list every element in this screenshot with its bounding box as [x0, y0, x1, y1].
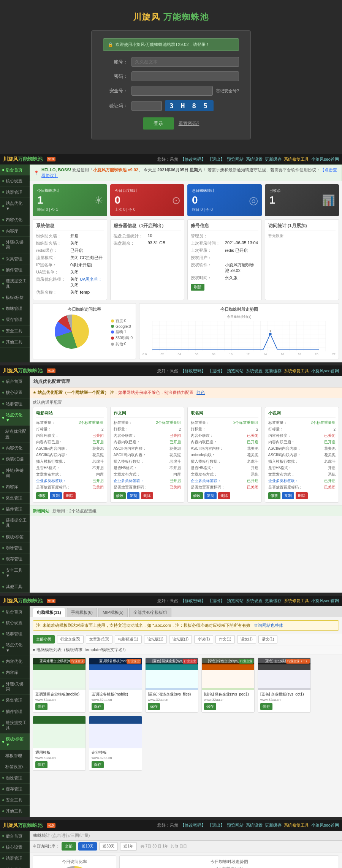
s3-core[interactable]: 核心设置: [0, 617, 30, 628]
filter-forum1[interactable]: 论坛版(1): [144, 635, 167, 643]
password-input[interactable]: [131, 71, 239, 81]
template-save-btn-4[interactable]: 保存: [204, 703, 216, 710]
config-edit-btn-2[interactable]: 修改: [114, 492, 126, 499]
config-edit-btn-3[interactable]: 修改: [191, 492, 203, 499]
nav4-refresh[interactable]: 更新缓存: [265, 822, 282, 828]
nav-logout[interactable]: 【退出】: [208, 157, 225, 162]
s3-sites[interactable]: 站群管理: [0, 628, 30, 639]
config-del-btn-3[interactable]: 删除: [218, 492, 230, 499]
refresh-btn[interactable]: 刷新: [191, 284, 204, 291]
config-del-btn-2[interactable]: 删除: [141, 492, 153, 499]
username-input[interactable]: [131, 57, 239, 67]
filter-article[interactable]: 文章形式(0): [86, 635, 112, 643]
template-save-btn-5[interactable]: 保存: [260, 703, 272, 710]
s2-cache[interactable]: 缓存管理: [0, 553, 30, 564]
config-del-btn-4[interactable]: 删除: [296, 492, 308, 499]
s3-template-mgmt[interactable]: 模板管理: [0, 750, 30, 761]
nav4-logout[interactable]: 【退出】: [208, 822, 225, 828]
config-copy-btn-1[interactable]: 复制: [50, 492, 62, 499]
s2-plugins[interactable]: 插件管理: [0, 504, 30, 515]
nav2-refresh[interactable]: 更新缓存: [265, 368, 282, 374]
nav4-change-pwd[interactable]: 【修改密码】: [180, 822, 206, 828]
traffic-tab-1y[interactable]: 近1年: [120, 842, 137, 851]
s2-outlink[interactable]: 外链/关键词: [0, 465, 30, 482]
s2-spider[interactable]: 蜘蛛管理: [0, 542, 30, 553]
template-save-btn-2[interactable]: 保存: [92, 703, 104, 710]
filter-all[interactable]: 全部小类: [33, 635, 55, 643]
s3-other[interactable]: 其他工具: [0, 806, 30, 817]
reset-password-button[interactable]: 重置密码?: [179, 117, 200, 130]
s2-other[interactable]: 其他工具: [0, 581, 30, 592]
nav3-logout[interactable]: 【退出】: [208, 598, 225, 604]
s3-security[interactable]: 安全工具: [0, 795, 30, 806]
sidebar-item-templates[interactable]: 模板/标签: [0, 292, 30, 303]
login-button[interactable]: 登录: [143, 117, 174, 130]
filter-essay[interactable]: 作文(1): [215, 635, 234, 643]
nav-change-pwd[interactable]: 【修改密码】: [180, 157, 206, 162]
nav3-preview[interactable]: 预览网站: [227, 598, 244, 604]
config-edit-btn-1[interactable]: 修改: [36, 492, 48, 499]
filter-forum2[interactable]: 论坛版(1): [169, 635, 192, 643]
s3-plugins[interactable]: 插件管理: [0, 706, 30, 717]
template-save-btn-3[interactable]: 保存: [148, 703, 160, 710]
config-copy-btn-3[interactable]: 复制: [204, 492, 217, 499]
s2-content-lib[interactable]: 内容库: [0, 481, 30, 492]
filter-qa1[interactable]: 话文(1): [237, 635, 256, 643]
s2-siteconfig-sub[interactable]: 站点优化配置: [0, 426, 30, 443]
s3-spider[interactable]: 蜘蛛管理: [0, 773, 30, 784]
s3-tag-settings[interactable]: 标签设置/...: [0, 761, 30, 772]
sidebar-item-links[interactable]: 外链/关键词: [0, 237, 30, 253]
sidebar-item-plugins[interactable]: 插件管理: [0, 264, 30, 275]
s3-dashboard[interactable]: 后台首页: [0, 606, 30, 617]
nav3-change-pwd[interactable]: 【修改密码】: [180, 598, 206, 604]
filter-enterprise[interactable]: 行业企业(5): [57, 635, 84, 643]
s2-collect[interactable]: 采集管理: [0, 493, 30, 504]
sidebar-item-spider[interactable]: 蜘蛛管理: [0, 303, 30, 314]
config-copy-btn-4[interactable]: 复制: [282, 492, 294, 499]
nav4-repair[interactable]: 系统修复工具: [284, 822, 309, 828]
config-del-btn-1[interactable]: 删除: [63, 492, 76, 499]
tab-mobile-templates[interactable]: 手机模板(6): [67, 608, 97, 617]
s4-dashboard[interactable]: 后台首页: [0, 831, 30, 842]
security-input[interactable]: [131, 86, 213, 96]
nav2-repair[interactable]: 系统修复工具: [284, 368, 309, 374]
nav2-change-pwd[interactable]: 【修改密码】: [180, 368, 206, 374]
nav4-preview[interactable]: 预览网站: [227, 822, 244, 828]
tab-all-templates[interactable]: 全部共40个模板组: [129, 608, 171, 617]
tab-pc-templates[interactable]: 电脑模板(31): [33, 608, 65, 617]
s3-cache[interactable]: 缓存管理: [0, 784, 30, 795]
nav-settings[interactable]: 系统设置: [246, 157, 263, 162]
nav3-seo[interactable]: 小旋风seo首网: [311, 598, 339, 604]
nav2-logout[interactable]: 【退出】: [208, 368, 225, 374]
nav2-settings[interactable]: 系统设置: [246, 368, 263, 374]
nav-preview[interactable]: 预览网站: [227, 157, 244, 162]
s2-content-opt[interactable]: 内容优化: [0, 443, 30, 454]
config-copy-btn-2[interactable]: 复制: [127, 492, 139, 499]
s3-templates[interactable]: 模板/标签 ▼: [0, 734, 30, 750]
sidebar-item-content-lib[interactable]: 内容库: [0, 226, 30, 237]
s2-opt[interactable]: 站点优化 ▼: [0, 409, 30, 426]
nav3-refresh[interactable]: 更新缓存: [265, 598, 282, 604]
s4-sites[interactable]: 站群管理: [0, 853, 30, 864]
filter-qa2[interactable]: 话文(1): [258, 635, 277, 643]
s3-content-opt[interactable]: 内容优化: [0, 656, 30, 667]
s3-content-lib[interactable]: 内容库: [0, 667, 30, 678]
s3-submit[interactable]: 链接提交工具: [0, 717, 30, 734]
sidebar-item-other[interactable]: 其他工具: [0, 337, 30, 348]
sidebar-item-core[interactable]: 核心设置: [0, 175, 30, 187]
sidebar-item-optimization[interactable]: 站点优化 ▼: [0, 198, 30, 215]
filter-movie[interactable]: 电影频道(1): [115, 635, 141, 643]
captcha-image[interactable]: 3 H 8 5: [165, 100, 214, 111]
traffic-tab-30d[interactable]: 近30天: [99, 842, 118, 851]
sidebar-item-dashboard[interactable]: 后台首页: [0, 164, 30, 175]
forget-link[interactable]: 忘记安全号?: [216, 88, 239, 94]
nav4-seo[interactable]: 小旋风seo首网: [311, 822, 339, 828]
s3-outlink[interactable]: 外链/关键词: [0, 678, 30, 695]
template-manage-link[interactable]: 查询网站也整体: [254, 623, 283, 628]
sidebar-item-cache[interactable]: 缓存管理: [0, 314, 30, 325]
s2-security[interactable]: 安全工具 ▼: [0, 565, 30, 582]
tab-mip-templates[interactable]: MIP模板(5): [98, 608, 128, 617]
template-save-btn-1[interactable]: 保存: [35, 703, 48, 710]
sidebar-item-submit[interactable]: 链接提交工具: [0, 275, 30, 292]
s2-submit[interactable]: 链接提交工具: [0, 515, 30, 531]
